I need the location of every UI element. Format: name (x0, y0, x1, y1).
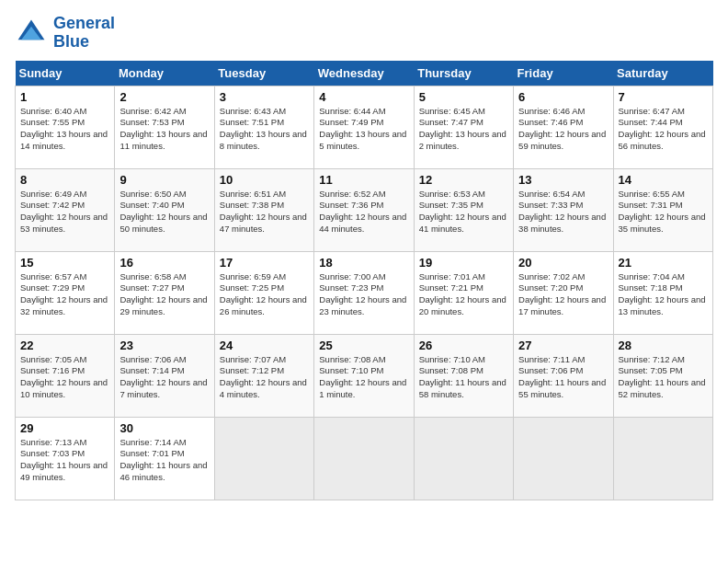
day-info: Sunrise: 7:04 AM Sunset: 7:18 PM Dayligh… (619, 271, 708, 318)
day-cell-1: 1 Sunrise: 6:40 AM Sunset: 7:55 PM Dayli… (16, 86, 115, 168)
day-info: Sunrise: 6:40 AM Sunset: 7:55 PM Dayligh… (20, 106, 109, 153)
day-info: Sunrise: 6:50 AM Sunset: 7:40 PM Dayligh… (119, 189, 209, 236)
day-cell-11: 11 Sunrise: 6:52 AM Sunset: 7:36 PM Dayl… (314, 168, 414, 251)
day-number: 22 (20, 339, 109, 352)
day-number: 21 (619, 256, 708, 270)
day-number: 6 (518, 90, 608, 104)
day-info: Sunrise: 6:53 AM Sunset: 7:35 PM Dayligh… (419, 189, 508, 236)
day-cell-8: 8 Sunrise: 6:49 AM Sunset: 7:42 PM Dayli… (16, 168, 115, 251)
day-number: 13 (518, 173, 608, 187)
day-cell-9: 9 Sunrise: 6:50 AM Sunset: 7:40 PM Dayli… (115, 168, 214, 251)
day-info: Sunrise: 7:05 AM Sunset: 7:16 PM Dayligh… (20, 354, 109, 401)
day-info: Sunrise: 7:08 AM Sunset: 7:10 PM Dayligh… (319, 354, 408, 401)
day-number: 9 (119, 173, 209, 187)
day-info: Sunrise: 7:10 AM Sunset: 7:08 PM Dayligh… (419, 354, 508, 401)
day-number: 29 (20, 421, 109, 435)
day-number: 10 (220, 173, 309, 187)
day-cell-24: 24 Sunrise: 7:07 AM Sunset: 7:12 PM Dayl… (214, 334, 313, 417)
day-number: 1 (20, 90, 109, 104)
day-number: 17 (220, 256, 309, 270)
empty-cell-w5-c7 (613, 417, 712, 500)
day-number: 26 (419, 339, 508, 352)
empty-cell-w5-c3 (214, 417, 313, 500)
day-number: 7 (619, 90, 708, 104)
logo-icon (15, 17, 48, 50)
day-cell-15: 15 Sunrise: 6:57 AM Sunset: 7:29 PM Dayl… (16, 251, 115, 334)
week-row-1: 1 Sunrise: 6:40 AM Sunset: 7:55 PM Dayli… (16, 86, 713, 168)
header-tuesday: Tuesday (214, 61, 313, 86)
day-number: 20 (518, 256, 608, 270)
header-wednesday: Wednesday (314, 61, 414, 86)
day-info: Sunrise: 6:47 AM Sunset: 7:44 PM Dayligh… (619, 106, 708, 153)
day-number: 30 (119, 421, 209, 435)
day-cell-21: 21 Sunrise: 7:04 AM Sunset: 7:18 PM Dayl… (613, 251, 712, 334)
week-row-3: 15 Sunrise: 6:57 AM Sunset: 7:29 PM Dayl… (16, 251, 713, 334)
day-number: 4 (319, 90, 408, 104)
page-header: General Blue (15, 15, 713, 52)
logo: General Blue (15, 15, 115, 52)
day-number: 8 (20, 173, 109, 187)
day-number: 14 (619, 173, 708, 187)
day-cell-26: 26 Sunrise: 7:10 AM Sunset: 7:08 PM Dayl… (414, 334, 513, 417)
header-thursday: Thursday (414, 61, 513, 86)
day-cell-23: 23 Sunrise: 7:06 AM Sunset: 7:14 PM Dayl… (115, 334, 214, 417)
day-info: Sunrise: 6:49 AM Sunset: 7:42 PM Dayligh… (20, 189, 109, 236)
day-info: Sunrise: 6:46 AM Sunset: 7:46 PM Dayligh… (518, 106, 608, 153)
header-monday: Monday (115, 61, 214, 86)
day-info: Sunrise: 7:14 AM Sunset: 7:01 PM Dayligh… (119, 437, 209, 484)
day-info: Sunrise: 6:54 AM Sunset: 7:33 PM Dayligh… (518, 189, 608, 236)
day-number: 2 (119, 90, 209, 104)
day-cell-22: 22 Sunrise: 7:05 AM Sunset: 7:16 PM Dayl… (16, 334, 115, 417)
empty-cell-w5-c6 (514, 417, 613, 500)
day-info: Sunrise: 6:45 AM Sunset: 7:47 PM Dayligh… (419, 106, 508, 153)
day-cell-16: 16 Sunrise: 6:58 AM Sunset: 7:27 PM Dayl… (115, 251, 214, 334)
calendar-table: Sunday Monday Tuesday Wednesday Thursday… (15, 61, 713, 500)
day-info: Sunrise: 7:06 AM Sunset: 7:14 PM Dayligh… (119, 354, 209, 401)
day-info: Sunrise: 7:13 AM Sunset: 7:03 PM Dayligh… (20, 437, 109, 484)
empty-cell-w5-c5 (414, 417, 513, 500)
day-cell-2: 2 Sunrise: 6:42 AM Sunset: 7:53 PM Dayli… (115, 86, 214, 168)
day-number: 5 (419, 90, 508, 104)
weekday-header-row: Sunday Monday Tuesday Wednesday Thursday… (16, 61, 713, 86)
day-number: 24 (220, 339, 309, 352)
day-number: 15 (20, 256, 109, 270)
day-cell-14: 14 Sunrise: 6:55 AM Sunset: 7:31 PM Dayl… (613, 168, 712, 251)
day-cell-5: 5 Sunrise: 6:45 AM Sunset: 7:47 PM Dayli… (414, 86, 513, 168)
day-cell-29: 29 Sunrise: 7:13 AM Sunset: 7:03 PM Dayl… (16, 417, 115, 500)
day-number: 19 (419, 256, 508, 270)
day-number: 11 (319, 173, 408, 187)
header-saturday: Saturday (613, 61, 712, 86)
header-sunday: Sunday (16, 61, 115, 86)
day-info: Sunrise: 7:12 AM Sunset: 7:05 PM Dayligh… (619, 354, 708, 401)
day-number: 23 (119, 339, 209, 352)
day-cell-12: 12 Sunrise: 6:53 AM Sunset: 7:35 PM Dayl… (414, 168, 513, 251)
day-cell-13: 13 Sunrise: 6:54 AM Sunset: 7:33 PM Dayl… (514, 168, 613, 251)
logo-text: General Blue (53, 15, 115, 52)
day-number: 28 (619, 339, 708, 352)
week-row-4: 22 Sunrise: 7:05 AM Sunset: 7:16 PM Dayl… (16, 334, 713, 417)
day-number: 27 (518, 339, 608, 352)
day-info: Sunrise: 7:02 AM Sunset: 7:20 PM Dayligh… (518, 271, 608, 318)
day-cell-3: 3 Sunrise: 6:43 AM Sunset: 7:51 PM Dayli… (214, 86, 313, 168)
empty-cell-w5-c4 (314, 417, 414, 500)
day-info: Sunrise: 6:43 AM Sunset: 7:51 PM Dayligh… (220, 106, 309, 153)
day-cell-4: 4 Sunrise: 6:44 AM Sunset: 7:49 PM Dayli… (314, 86, 414, 168)
week-row-2: 8 Sunrise: 6:49 AM Sunset: 7:42 PM Dayli… (16, 168, 713, 251)
day-number: 18 (319, 256, 408, 270)
day-info: Sunrise: 6:59 AM Sunset: 7:25 PM Dayligh… (220, 271, 309, 318)
day-cell-6: 6 Sunrise: 6:46 AM Sunset: 7:46 PM Dayli… (514, 86, 613, 168)
day-info: Sunrise: 6:52 AM Sunset: 7:36 PM Dayligh… (319, 189, 408, 236)
day-cell-10: 10 Sunrise: 6:51 AM Sunset: 7:38 PM Dayl… (214, 168, 313, 251)
week-row-5: 29 Sunrise: 7:13 AM Sunset: 7:03 PM Dayl… (16, 417, 713, 500)
day-cell-19: 19 Sunrise: 7:01 AM Sunset: 7:21 PM Dayl… (414, 251, 513, 334)
day-cell-18: 18 Sunrise: 7:00 AM Sunset: 7:23 PM Dayl… (314, 251, 414, 334)
day-info: Sunrise: 6:44 AM Sunset: 7:49 PM Dayligh… (319, 106, 408, 153)
day-info: Sunrise: 7:07 AM Sunset: 7:12 PM Dayligh… (220, 354, 309, 401)
day-info: Sunrise: 7:11 AM Sunset: 7:06 PM Dayligh… (518, 354, 608, 401)
day-number: 16 (119, 256, 209, 270)
day-info: Sunrise: 6:57 AM Sunset: 7:29 PM Dayligh… (20, 271, 109, 318)
day-info: Sunrise: 6:42 AM Sunset: 7:53 PM Dayligh… (119, 106, 209, 153)
day-cell-20: 20 Sunrise: 7:02 AM Sunset: 7:20 PM Dayl… (514, 251, 613, 334)
day-info: Sunrise: 7:00 AM Sunset: 7:23 PM Dayligh… (319, 271, 408, 318)
day-cell-7: 7 Sunrise: 6:47 AM Sunset: 7:44 PM Dayli… (613, 86, 712, 168)
